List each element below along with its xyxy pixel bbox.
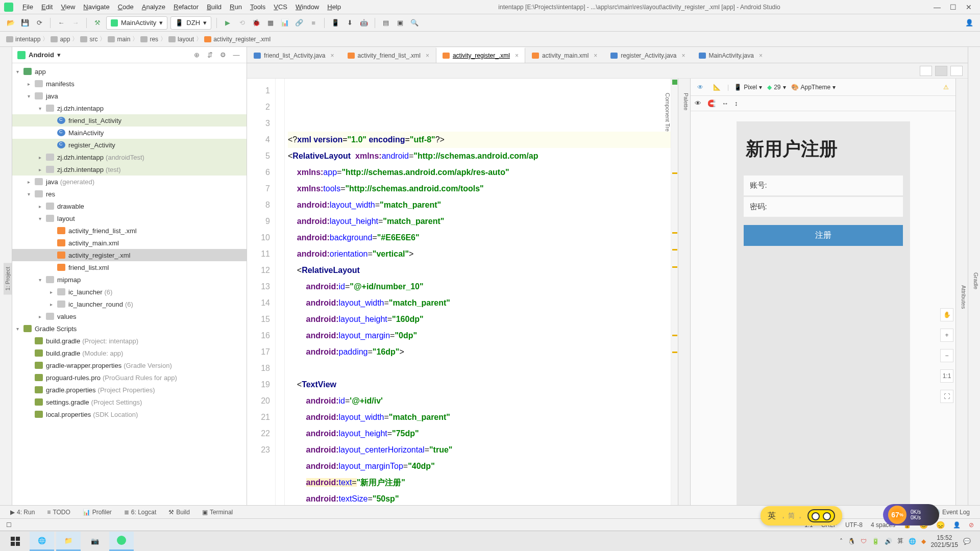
taskbar-explorer[interactable]: 📁 — [56, 532, 81, 551]
close-tab-icon[interactable]: × — [515, 52, 519, 59]
device-dropdown[interactable]: 📱 DZH ▾ — [170, 16, 211, 30]
tree-item[interactable]: ▸zj.dzh.intentapp(androidTest) — [12, 151, 247, 163]
warning-icon[interactable]: ⚠ — [940, 82, 951, 93]
attach-icon[interactable]: 🔗 — [293, 17, 305, 29]
tree-item[interactable]: build.gradle(Project: intentapp) — [12, 335, 247, 347]
code-view-button[interactable] — [920, 66, 932, 76]
tree-item[interactable]: ▸java(generated) — [12, 176, 247, 188]
tree-item[interactable]: activity_friend_list_.xml — [12, 224, 247, 237]
gutter-attributes[interactable]: Attributes — [960, 281, 968, 313]
tree-item[interactable]: ▸ic_launcher_round(6) — [12, 298, 247, 310]
tray-chevron-icon[interactable]: ˄ — [840, 538, 843, 545]
coverage-icon[interactable]: ▦ — [265, 17, 276, 29]
editor-tab[interactable]: activity_main.xml× — [525, 47, 604, 63]
forward-icon[interactable]: → — [70, 17, 81, 29]
run-config-dropdown[interactable]: MainActivity ▾ — [106, 16, 167, 30]
tree-item[interactable]: activity_main.xml — [12, 237, 247, 249]
tree-item[interactable]: gradle.properties(Project Properties) — [12, 384, 247, 396]
open-icon[interactable]: 📂 — [5, 17, 16, 29]
tree-item[interactable]: activity_register_.xml — [12, 249, 247, 261]
taskbar-camera[interactable]: 📷 — [83, 532, 107, 551]
hammer-icon[interactable]: ⚒ — [92, 17, 103, 29]
pan-h-icon[interactable]: ↔ — [722, 99, 728, 107]
tree-item[interactable]: local.properties(SDK Location) — [12, 408, 247, 420]
perf-overlay[interactable]: 67% 0K/s 0K/s — [883, 504, 939, 525]
pan-icon[interactable]: ✋ — [940, 308, 953, 321]
crumb-activity_register_.xml[interactable]: activity_register_.xml — [204, 36, 271, 43]
tree-item[interactable]: ▸ic_launcher(6) — [12, 286, 247, 298]
zoom-out-button[interactable]: − — [940, 349, 953, 362]
tree-item[interactable]: friend_list.xml — [12, 261, 247, 273]
split-view-button[interactable] — [935, 66, 947, 76]
apply-changes-icon[interactable]: ⟲ — [236, 17, 248, 29]
sync-icon[interactable]: ⟳ — [34, 17, 45, 29]
gutter-palette[interactable]: Palette — [682, 89, 690, 505]
tree-item[interactable]: ▾mipmap — [12, 273, 247, 286]
crumb-intentapp[interactable]: intentapp — [6, 36, 40, 43]
menu-file[interactable]: File — [18, 3, 37, 11]
tree-item[interactable]: gradle-wrapper.properties(Gradle Version… — [12, 359, 247, 371]
tray-battery-icon[interactable]: 🔋 — [872, 538, 879, 545]
menu-navigate[interactable]: Navigate — [79, 3, 113, 11]
eye-icon[interactable]: 👁 — [695, 82, 706, 93]
search-icon[interactable]: 🔍 — [409, 17, 420, 29]
assistant-icon[interactable]: 🤖 — [358, 17, 370, 29]
tray-app-icon[interactable]: 算 — [897, 537, 903, 545]
marker-bar[interactable] — [671, 79, 678, 505]
tree-item[interactable]: register_Activity — [12, 139, 247, 151]
tray-qq-icon[interactable]: 🐧 — [848, 538, 855, 545]
crumb-app[interactable]: app — [51, 36, 70, 43]
debug-icon[interactable]: 🐞 — [251, 17, 262, 29]
project-view-label[interactable]: Android — [29, 51, 54, 59]
menu-run[interactable]: Run — [226, 3, 246, 11]
pan-v-icon[interactable]: ↕ — [734, 99, 738, 107]
tree-item[interactable]: ▸drawable — [12, 200, 247, 212]
editor-tab[interactable]: register_Activity.java× — [604, 47, 692, 63]
orientation-icon[interactable]: 📐 — [711, 82, 722, 93]
run-tab[interactable]: ▶ 4: Run — [10, 509, 35, 516]
editor-tab[interactable]: activity_friend_list_.xml× — [341, 47, 436, 63]
tree-item[interactable]: ▾res — [12, 188, 247, 200]
editor-tab[interactable]: MainActivity.java× — [692, 47, 770, 63]
structure-icon[interactable]: ▤ — [380, 17, 391, 29]
hide-icon[interactable]: — — [231, 50, 241, 60]
avd-icon[interactable]: 📱 — [330, 17, 341, 29]
sdk-icon[interactable]: ⬇ — [344, 17, 355, 29]
menu-build[interactable]: Build — [203, 3, 226, 11]
user-icon[interactable]: 👤 — [964, 17, 975, 29]
tray-network-icon[interactable]: 🌐 — [909, 538, 916, 545]
tray-shield-icon[interactable]: 🛡 — [861, 538, 867, 545]
notifications-icon[interactable]: 💬 — [963, 538, 971, 545]
taskbar-clock[interactable]: 15:52 2021/5/15 — [931, 534, 958, 548]
run-button[interactable]: ▶ — [222, 17, 233, 29]
crumb-src[interactable]: src — [80, 36, 97, 43]
crumb-main[interactable]: main — [108, 36, 130, 43]
gutter-gradle[interactable]: Gradle — [972, 268, 980, 293]
design-view-button[interactable] — [950, 66, 963, 76]
tray-volume-icon[interactable]: 🔊 — [885, 538, 892, 545]
save-icon[interactable]: 💾 — [19, 17, 31, 29]
crumb-layout[interactable]: layout — [168, 36, 194, 43]
close-tab-icon[interactable]: × — [331, 52, 334, 59]
tree-item[interactable]: ▾zj.dzh.intentapp — [12, 102, 247, 114]
code-editor[interactable]: 1234567891011121314151617181920212223 C … — [247, 79, 678, 505]
close-tab-icon[interactable]: × — [594, 52, 597, 59]
back-icon[interactable]: ← — [56, 17, 67, 29]
close-tab-icon[interactable]: × — [759, 52, 763, 59]
gear-icon[interactable]: ⚙ — [218, 50, 228, 60]
error-icon[interactable]: ⊘ — [969, 521, 974, 529]
menu-view[interactable]: View — [57, 3, 79, 11]
encoding[interactable]: UTF-8 — [845, 521, 863, 529]
zoom-fit-button[interactable]: 1:1 — [940, 369, 953, 383]
device-frame[interactable]: 新用户注册 账号: 密码: 注册 — [737, 121, 910, 505]
close-tab-icon[interactable]: × — [426, 52, 429, 59]
tray-misc-icon[interactable]: ◆ — [921, 538, 926, 545]
theme-selector[interactable]: 🎨AppTheme▾ — [791, 84, 836, 91]
face-sad-icon[interactable]: 😞 — [936, 521, 945, 529]
menu-vcs[interactable]: VCS — [270, 3, 291, 11]
taskbar-android-studio[interactable] — [109, 532, 134, 551]
menu-code[interactable]: Code — [114, 3, 138, 11]
zoom-in-button[interactable]: + — [940, 329, 953, 342]
tree-item[interactable]: proguard-rules.pro(ProGuard Rules for ap… — [12, 371, 247, 384]
taskbar-browser[interactable]: 🌐 — [30, 532, 54, 551]
